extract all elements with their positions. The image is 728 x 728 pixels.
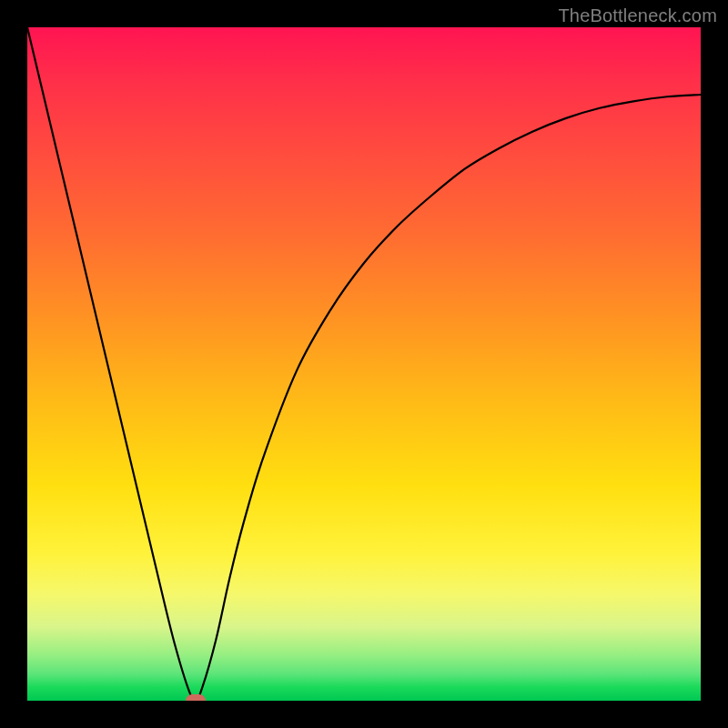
optimal-point-marker (186, 694, 206, 701)
plot-area (27, 27, 701, 701)
bottleneck-curve (27, 27, 701, 701)
chart-frame: TheBottleneck.com (0, 0, 728, 728)
watermark-text: TheBottleneck.com (558, 5, 717, 26)
